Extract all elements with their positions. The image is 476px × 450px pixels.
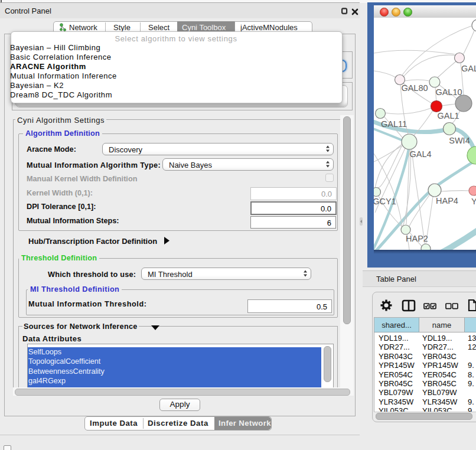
svg-text:GAL11: GAL11: [381, 119, 407, 129]
svg-text:GAL80: GAL80: [461, 64, 476, 73]
svg-text:HAP4: HAP4: [436, 196, 458, 206]
svg-text:YE: YE: [471, 197, 476, 206]
svg-text:HAP2: HAP2: [406, 234, 428, 243]
svg-text:GAL80: GAL80: [401, 83, 428, 93]
svg-text:GAL4: GAL4: [409, 149, 431, 159]
svg-text:SWI4: SWI4: [449, 136, 470, 145]
svg-text:GAL1: GAL1: [437, 111, 459, 120]
svg-text:GAL10: GAL10: [435, 87, 462, 97]
svg-text:GCY1: GCY1: [374, 197, 396, 206]
